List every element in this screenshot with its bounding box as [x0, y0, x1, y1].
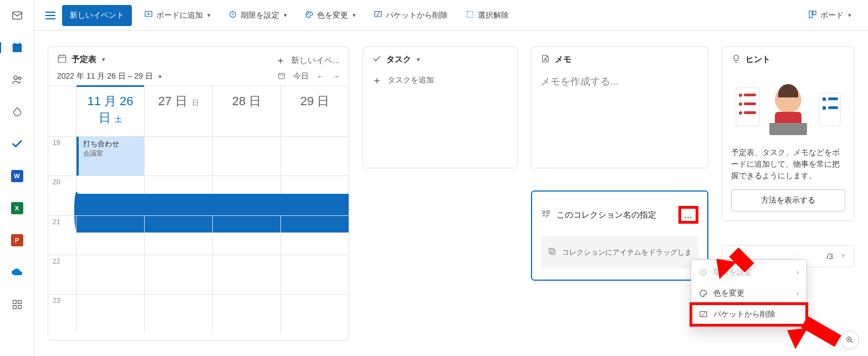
svg-rect-0	[12, 12, 22, 19]
rail-mail[interactable]	[9, 8, 25, 23]
hint-title: ヒント	[746, 54, 770, 65]
calendar-new-event-button[interactable]: ＋ 新しいイベ...	[275, 51, 340, 67]
memo-icon	[540, 54, 550, 65]
svg-rect-19	[813, 11, 816, 15]
calendar-range[interactable]: 2022 年 11 月 26 日 – 29 日 ▾	[57, 71, 162, 81]
hint-cta-button[interactable]: 方法を表示する	[731, 189, 845, 211]
calendar-title: 予定表	[72, 54, 96, 65]
new-event-button[interactable]: 新しいイベント	[62, 5, 132, 26]
memo-card-header[interactable]: メモ	[532, 47, 708, 71]
svg-point-27	[739, 94, 742, 97]
calendar-hour-row: 23	[48, 294, 349, 333]
day-number: 28 日	[232, 94, 262, 108]
hamburger-icon[interactable]	[45, 12, 55, 19]
rail-people[interactable]	[9, 72, 25, 87]
add-to-board-label: ボードに追加	[156, 11, 203, 20]
collection-card[interactable]: このコレクション名の指定 … コレクションにアイテムをドラッグしま	[531, 190, 708, 281]
svg-rect-4	[19, 43, 20, 45]
nav-next-button[interactable]: →	[332, 72, 340, 81]
board-add-icon	[144, 10, 153, 20]
zoom-button[interactable]	[840, 331, 859, 349]
day-number: 11 月 26 日	[87, 94, 133, 125]
svg-rect-20	[58, 55, 66, 63]
plus-icon: ＋	[275, 54, 285, 67]
collection-more-button[interactable]: …	[678, 206, 698, 224]
day-header[interactable]: 27 日 日	[144, 86, 212, 136]
ctx-change-color[interactable]: 色を変更 ›	[691, 283, 806, 304]
day-header[interactable]: 11 月 26 日 土	[76, 86, 144, 136]
svg-rect-8	[18, 301, 21, 304]
calendar-hour-row: 19 打ち合わせ 会議室	[48, 136, 349, 176]
rail-files[interactable]	[9, 104, 25, 120]
hint-card-header: ヒント	[722, 47, 854, 71]
jump-today-icon[interactable]	[278, 72, 285, 81]
chevron-down-icon: ▾	[848, 12, 851, 19]
set-due-button[interactable]: 期限を設定 ▾	[223, 7, 293, 24]
change-color-button[interactable]: 色を変更 ▾	[299, 7, 361, 24]
board-view-button[interactable]: ボード ▾	[803, 7, 857, 24]
annotation-arrow	[786, 322, 841, 347]
tasks-card-header[interactable]: タスク ▾	[363, 47, 517, 71]
chevron-down-icon: ▾	[102, 56, 105, 63]
add-task-label: タスクを追加	[387, 75, 434, 85]
board-view-icon	[808, 10, 817, 20]
svg-rect-7	[13, 301, 16, 304]
chevron-down-icon: ▾	[353, 12, 356, 19]
calendar-hour-row: 22	[48, 255, 349, 294]
hint-illustration	[731, 75, 845, 141]
svg-point-6	[18, 77, 21, 80]
svg-rect-37	[823, 97, 826, 101]
svg-rect-23	[547, 211, 550, 214]
lightbulb-icon	[731, 54, 741, 65]
calendar-new-event-label: 新しいイベ...	[291, 55, 340, 66]
event-location: 会議室	[83, 149, 140, 158]
add-to-board-button[interactable]: ボードに追加 ▾	[139, 7, 216, 24]
deselect-button[interactable]: 選択解除	[460, 7, 514, 24]
nav-prev-button[interactable]: ←	[316, 72, 324, 81]
day-header[interactable]: 29 日	[280, 86, 349, 136]
day-header[interactable]: 28 日	[212, 86, 280, 136]
rail-excel[interactable]: X	[9, 200, 25, 216]
hint-body-text: 予定表、タスク、メモなどをボードに追加して、物事を常に把握できるようにします。	[722, 147, 854, 189]
clock-icon	[228, 10, 237, 20]
tasks-title: タスク	[386, 54, 411, 65]
collection-drop-area[interactable]: コレクションにアイテムをドラッグしま	[541, 236, 698, 269]
calendar-card-header[interactable]: 予定表 ▾ ＋ 新しいイベ...	[48, 47, 349, 71]
svg-rect-3	[14, 43, 15, 45]
svg-rect-35	[769, 123, 807, 135]
set-due-label: 期限を設定	[241, 11, 279, 20]
memo-card: メモ メモを作成する...	[531, 47, 708, 168]
rail-todo[interactable]	[9, 136, 25, 152]
rail-more-apps[interactable]	[9, 297, 25, 312]
svg-rect-17	[467, 12, 473, 18]
app-rail: W X P	[0, 0, 34, 356]
calendar-card: 予定表 ▾ ＋ 新しいイベ... 2022 年 11 月 26 日 – 29 日…	[48, 47, 349, 340]
chevron-right-icon: ›	[796, 269, 799, 276]
hour-label: 23	[48, 295, 76, 333]
hour-label: 19	[48, 137, 76, 176]
add-task-button[interactable]: ＋ タスクを追加	[372, 71, 508, 87]
rail-calendar[interactable]	[9, 40, 25, 55]
rail-word[interactable]: W	[9, 168, 25, 184]
calendar-icon	[57, 54, 67, 65]
svg-rect-18	[809, 11, 812, 18]
calendar-hour-row: 20	[48, 176, 349, 215]
svg-point-22	[543, 211, 545, 214]
tasks-card: タスク ▾ ＋ タスクを追加	[362, 47, 518, 168]
bucket-remove-icon	[374, 10, 382, 20]
svg-point-13	[307, 14, 308, 14]
pager-next-icon[interactable]	[840, 252, 846, 261]
chevron-down-icon: ▾	[159, 73, 162, 80]
calendar-hour-row: 21	[48, 215, 349, 255]
rail-powerpoint[interactable]: P	[9, 233, 25, 248]
calendar-event[interactable]: 打ち合わせ 会議室	[76, 137, 144, 176]
chevron-down-icon: ▾	[207, 12, 211, 19]
hour-label: 20	[48, 176, 76, 215]
rail-onedrive[interactable]	[9, 265, 25, 280]
memo-input[interactable]: メモを作成する...	[540, 71, 699, 88]
svg-rect-26	[736, 87, 759, 126]
day-of-week: 土	[115, 115, 122, 123]
today-button[interactable]: 今日	[293, 71, 309, 81]
remove-from-bucket-button[interactable]: パケットから削除	[368, 7, 453, 24]
svg-rect-38	[828, 97, 838, 100]
